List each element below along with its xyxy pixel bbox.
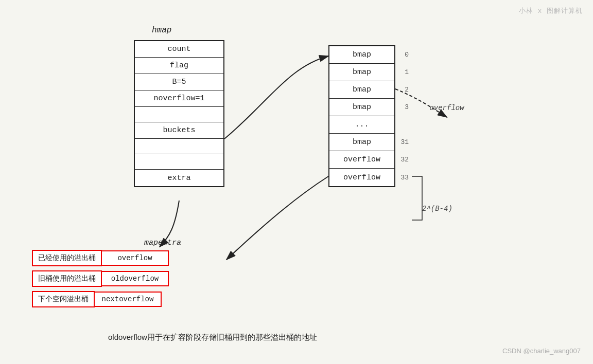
bucket-index-31: 31 [400,138,409,146]
hmap-noverflow: noverflow=1 [135,90,223,107]
bucket-index-33: 33 [400,174,409,181]
bucket-3: bmap 3 [329,99,394,116]
hmap-label: hmap [152,26,171,35]
hmap-empty1 [135,107,223,122]
diagram: 小林 x 图解计算机 hmap count flag B=5 noverflow… [0,0,593,364]
mapextra-chinese-1: 已经使用的溢出桶 [32,250,102,266]
hmap-empty3 [135,154,223,170]
hmap-struct: count flag B=5 noverflow=1 buckets extra [134,40,224,187]
hmap-b: B=5 [135,74,223,90]
mapextra-row-3: 下个空闲溢出桶 nextoverflow [32,291,162,307]
bucket-32: overflow 32 [329,151,394,169]
mapextra-row-2: 旧桶使用的溢出桶 oldoverflow [32,270,169,287]
hmap-buckets: buckets [135,122,223,139]
mapextra-label: mapextra [144,239,181,247]
overflow-grid-label: overflow [429,104,464,112]
csdn-credit: CSDN @charlie_wang007 [502,347,581,355]
watermark: 小林 x 图解计算机 [519,6,583,15]
bucket-0: bmap 0 [329,46,394,64]
hmap-empty2 [135,139,223,154]
mapextra-value-1: overflow [102,250,169,266]
bucket-1: bmap 1 [329,64,394,81]
bucket-31: bmap 31 [329,134,394,151]
mapextra-row-1: 已经使用的溢出桶 overflow [32,250,169,266]
buckets-struct: bmap 0 bmap 1 bmap 2 bmap 3 ... bmap 31 [328,45,395,187]
bucket-index-2: 2 [405,86,409,94]
arrows-svg [0,0,593,364]
bottom-caption: oldoverflow用于在扩容阶段存储旧桶用到的那些溢出桶的地址 [108,333,317,342]
hmap-extra: extra [135,170,223,186]
bucket-dots: ... [329,116,394,134]
mapextra-value-2: oldoverflow [102,271,169,286]
bucket-index-1: 1 [405,68,409,76]
mapextra-value-3: nextoverflow [95,292,162,307]
b4-label: 2^(B-4) [422,205,452,213]
bucket-index-0: 0 [405,51,409,59]
hmap-flag: flag [135,58,223,74]
mapextra-chinese-2: 旧桶使用的溢出桶 [32,270,102,287]
bucket-index-32: 32 [400,156,409,163]
bucket-33: overflow 33 [329,169,394,186]
hmap-count: count [135,41,223,58]
bucket-2: bmap 2 [329,81,394,99]
bucket-index-3: 3 [405,103,409,111]
mapextra-chinese-3: 下个空闲溢出桶 [32,291,95,307]
